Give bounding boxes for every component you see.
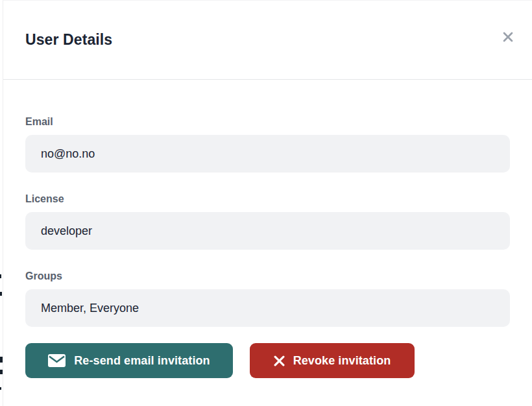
background-text-fragment <box>0 274 1 278</box>
license-field: developer <box>25 212 510 250</box>
close-icon <box>501 30 515 46</box>
modal-title: User Details <box>25 31 112 49</box>
groups-label: Groups <box>25 270 510 282</box>
email-field: no@no.no <box>25 135 510 173</box>
groups-field: Member, Everyone <box>25 289 510 327</box>
x-icon <box>274 355 285 366</box>
field-group-email: Email no@no.no <box>25 116 510 173</box>
action-buttons: Re-send email invitation Revoke invitati… <box>25 343 510 378</box>
envelope-icon <box>48 354 66 367</box>
field-group-groups: Groups Member, Everyone <box>25 270 510 327</box>
revoke-invitation-button[interactable]: Revoke invitation <box>250 343 415 378</box>
email-value: no@no.no <box>41 147 95 161</box>
background-text-fragment <box>0 292 2 296</box>
resend-button-label: Re-send email invitation <box>74 354 210 368</box>
modal-header: User Details <box>3 1 532 80</box>
license-label: License <box>25 193 510 205</box>
license-value: developer <box>41 224 92 238</box>
background-text-fragment <box>0 387 1 390</box>
close-button[interactable] <box>498 28 518 47</box>
groups-value: Member, Everyone <box>41 302 139 315</box>
field-group-license: License developer <box>25 193 510 250</box>
modal-body: Email no@no.no License developer Groups … <box>3 80 532 378</box>
resend-invitation-button[interactable]: Re-send email invitation <box>25 343 233 378</box>
user-details-modal: User Details Email no@no.no License deve… <box>3 0 532 406</box>
email-label: Email <box>25 116 510 128</box>
revoke-button-label: Revoke invitation <box>293 354 391 368</box>
